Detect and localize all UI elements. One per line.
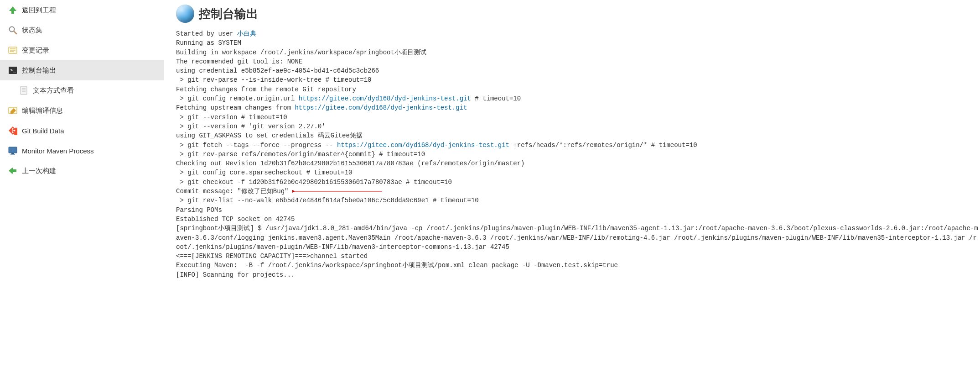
console-link[interactable]: https://gitee.com/dyd168/dyd-jenkins-tes… — [295, 104, 467, 111]
sidebar: 返回到工程状态集变更记录>_控制台输出文本方式查看编辑编译信息Git Build… — [0, 0, 164, 384]
console-line: Fetching changes from the remote Git rep… — [176, 85, 980, 94]
sidebar-item-label: 控制台输出 — [22, 66, 56, 75]
sidebar-item-0[interactable]: 返回到工程 — [0, 0, 164, 20]
console-line: Checking out Revision 1d20b31f62b0c42980… — [176, 159, 980, 168]
svg-rect-8 — [21, 86, 27, 95]
console-link[interactable]: https://gitee.com/dyd168/dyd-jenkins-tes… — [337, 142, 509, 149]
sidebar-item-4[interactable]: 文本方式查看 — [0, 80, 164, 100]
console-line: Established TCP socket on 42745 — [176, 215, 980, 224]
sidebar-item-label: 编辑编译信息 — [22, 106, 63, 115]
sidebar-item-8[interactable]: 上一次构建 — [0, 161, 164, 181]
sidebar-item-3[interactable]: >_控制台输出 — [0, 60, 164, 80]
console-line: Running as SYSTEM — [176, 38, 980, 47]
console-line: [INFO] Scanning for projects... — [176, 270, 980, 279]
console-line: Building in workspace /root/.jenkins/wor… — [176, 48, 980, 57]
sidebar-item-label: 状态集 — [22, 26, 42, 35]
console-line: Parsing POMs — [176, 205, 980, 215]
sidebar-item-label: 返回到工程 — [22, 6, 56, 15]
console-link[interactable]: 小白典 — [237, 30, 256, 37]
svg-rect-19 — [9, 147, 17, 153]
orb-icon — [176, 5, 194, 23]
changes-icon — [8, 46, 17, 55]
console-line: [springboot小项目测试] $ /usr/java/jdk1.8.0_2… — [176, 224, 980, 252]
sidebar-item-label: Git Build Data — [22, 127, 64, 135]
left-arrow-icon — [8, 166, 17, 175]
console-line: > git config core.sparsecheckout # timeo… — [176, 168, 980, 177]
search-icon — [8, 26, 17, 35]
console-line: > git rev-parse --is-inside-work-tree # … — [176, 75, 980, 84]
console-line: Fetching upstream changes from https://g… — [176, 103, 980, 112]
sidebar-item-label: Monitor Maven Process — [22, 147, 94, 155]
monitor-icon — [8, 146, 17, 155]
sidebar-item-2[interactable]: 变更记录 — [0, 40, 164, 60]
console-line: using GIT_ASKPASS to set credentials 码云G… — [176, 131, 980, 140]
console-line: <===[JENKINS REMOTING CAPACITY]===>chann… — [176, 252, 980, 261]
terminal-icon: >_ — [8, 66, 17, 75]
sidebar-item-label: 上一次构建 — [22, 167, 56, 175]
console-line: > git fetch --tags --force --progress --… — [176, 141, 980, 150]
main-content: 控制台输出 Started by user 小白典Running as SYST… — [164, 0, 980, 384]
svg-text:>_: >_ — [10, 67, 16, 73]
console-line: The recommended git tool is: NONE — [176, 57, 980, 66]
console-line: Started by user 小白典 — [176, 29, 980, 38]
document-icon — [19, 86, 28, 95]
console-line: Executing Maven: -B -f /root/.jenkins/wo… — [176, 261, 980, 270]
sidebar-item-1[interactable]: 状态集 — [0, 20, 164, 40]
console-line: > git --version # timeout=10 — [176, 113, 980, 122]
sidebar-item-label: 变更记录 — [22, 46, 49, 55]
annotation-arrow — [291, 188, 391, 195]
sidebar-item-label: 文本方式查看 — [33, 86, 74, 95]
console-link[interactable]: https://gitee.com/dyd168/dyd-jenkins-tes… — [299, 95, 471, 102]
git-icon — [8, 126, 17, 135]
console-line: > git --version # 'git version 2.27.0' — [176, 122, 980, 131]
console-line: > git checkout -f 1d20b31f62b0c429802b16… — [176, 178, 980, 187]
console-line: > git config remote.origin.url https://g… — [176, 94, 980, 103]
sidebar-item-5[interactable]: 编辑编译信息 — [0, 100, 164, 121]
edit-icon — [8, 106, 17, 115]
console-line: > git rev-parse refs/remotes/origin/mast… — [176, 150, 980, 159]
svg-rect-21 — [10, 154, 15, 155]
sidebar-item-6[interactable]: Git Build Data — [0, 121, 164, 141]
sidebar-item-7[interactable]: Monitor Maven Process — [0, 141, 164, 161]
console-line: using credential e5b852ef-ae9c-4054-bd41… — [176, 66, 980, 75]
page-title: 控制台输出 — [176, 5, 980, 23]
console-line: > git rev-list --no-walk e6b5d47e4846f61… — [176, 196, 980, 205]
console-line: Commit message: "修改了已知Bug" — [176, 187, 980, 196]
svg-rect-20 — [11, 153, 14, 154]
page-title-text: 控制台输出 — [199, 6, 258, 22]
up-arrow-icon — [8, 5, 17, 15]
console-output: Started by user 小白典Running as SYSTEMBuil… — [176, 29, 980, 279]
svg-line-1 — [14, 32, 17, 34]
